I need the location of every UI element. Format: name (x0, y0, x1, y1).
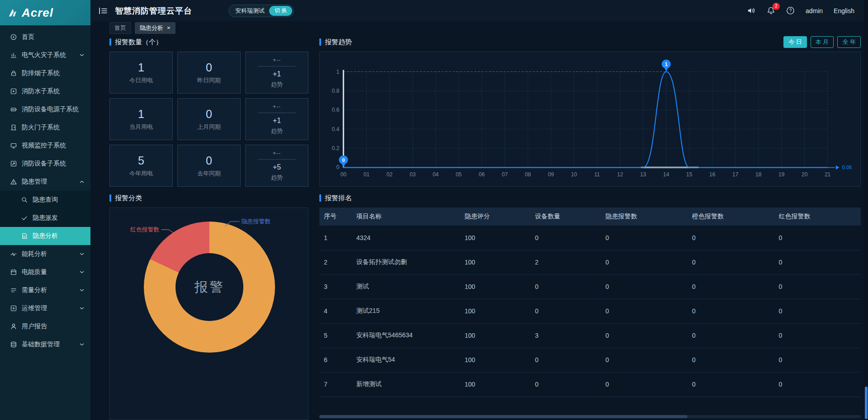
svg-text:15: 15 (686, 171, 693, 178)
chevron-down-icon (80, 253, 84, 255)
main-area: 智慧消防管理云平台 安科瑞测试 切 换 2 ? admin English 首页… (90, 0, 868, 420)
col-hazard-alarms: 隐患报警数 (601, 208, 688, 226)
section-title-text: 报警排名 (325, 194, 352, 203)
cell-hazard-score: 100 (460, 226, 531, 250)
table-row[interactable]: 7 新增测试 100 0 0 0 0 (319, 372, 861, 396)
notification-badge: 2 (773, 3, 780, 10)
table-row[interactable]: 3 测试 100 0 0 0 0 (319, 274, 861, 299)
donut-ring: 报警 (144, 222, 275, 353)
sidebar-item-fire-device[interactable]: 消防设备子系统 (0, 155, 90, 173)
sidebar-item-hazard-mgmt[interactable]: 隐患管理 (0, 173, 90, 191)
cell-seq: 3 (319, 274, 352, 299)
sidebar-item-power-supply[interactable]: 消防设备电源子系统 (0, 100, 90, 118)
sidebar-item-label: 隐患派发 (33, 214, 58, 222)
title-bar-accent (109, 38, 111, 46)
sidebar-item-label: 消防水子系统 (22, 87, 60, 95)
stat-value: 0 (206, 61, 212, 74)
cell-orange-alarms: 0 (688, 274, 774, 299)
switch-project-button[interactable]: 切 换 (269, 6, 292, 16)
sidebar-item-label: 隐患管理 (22, 178, 47, 186)
cell-seq: 5 (319, 323, 352, 348)
sidebar-item-power-quality[interactable]: 电能质量 (0, 263, 90, 281)
range-today-button[interactable]: 今 日 (783, 36, 807, 48)
table-row[interactable]: 2 设备拓扑测试勿删 100 2 0 0 0 (319, 250, 861, 274)
title-bar-accent (319, 38, 321, 46)
sidebar-item-fire-water[interactable]: 消防水子系统 (0, 82, 90, 100)
logo-icon (7, 7, 18, 18)
cell-project-name: 4324 (352, 226, 460, 250)
sidebar-item-hazard-query[interactable]: 隐患查询 (0, 191, 90, 209)
sidebar-item-hazard-dispatch[interactable]: 隐患派发 (0, 209, 90, 227)
project-selector[interactable]: 安科瑞测试 切 换 (228, 5, 294, 17)
volume-icon[interactable] (747, 6, 756, 15)
tab-home[interactable]: 首页 (109, 22, 131, 34)
sidebar-item-ops-mgmt[interactable]: 运维管理 (0, 299, 90, 317)
table-row[interactable]: 5 安科瑞电气5465634 100 3 0 0 0 (319, 323, 861, 348)
svg-text:10: 10 (571, 171, 577, 178)
document-icon (21, 232, 28, 240)
home-icon (10, 33, 17, 41)
sidebar-item-energy-analysis[interactable]: 能耗分析 (0, 245, 90, 263)
sidebar-item-home[interactable]: 首页 (0, 28, 90, 46)
trend-value: +1 (273, 70, 281, 78)
sidebar-item-demand-analysis[interactable]: 需量分析 (0, 281, 90, 299)
alarm-category-chart: 报警 隐患报警数 红色报警数 (109, 208, 308, 420)
svg-text:?: ? (789, 8, 792, 13)
user-name[interactable]: admin (806, 7, 823, 14)
sidebar-item-label: 电气火灾子系统 (22, 51, 66, 59)
donut-hole: 报警 (175, 253, 243, 321)
logo-text: Acrel (22, 6, 53, 20)
language-switch[interactable]: English (834, 7, 854, 14)
stat-label: 当月用电 (129, 123, 153, 131)
section-title-text: 报警趋势 (325, 38, 352, 47)
notification-bell-icon[interactable]: 2 (767, 6, 775, 15)
sidebar-item-fire-door[interactable]: 防火门子系统 (0, 118, 90, 137)
range-month-button[interactable]: 本 月 (811, 36, 834, 48)
divider (258, 113, 296, 113)
table-row[interactable]: 4 测试215 100 0 0 0 0 (319, 299, 861, 323)
cell-hazard-score: 100 (460, 250, 531, 274)
svg-text:08: 08 (525, 171, 531, 178)
cell-hazard-score: 100 (460, 274, 531, 299)
sidebar-item-electric-fire[interactable]: 电气火灾子系统 (0, 46, 90, 64)
cell-orange-alarms: 0 (688, 299, 774, 323)
sidebar-item-label: 电能质量 (22, 268, 47, 276)
sidebar-item-label: 能耗分析 (22, 250, 47, 258)
cell-red-alarms: 0 (774, 323, 861, 348)
sidebar-item-video-monitor[interactable]: 视频监控子系统 (0, 137, 90, 155)
cell-hazard-alarms: 0 (601, 274, 688, 299)
tab-bar: 首页 隐患分析 × (90, 21, 868, 34)
cell-hazard-alarms: 0 (601, 299, 688, 323)
svg-text:16: 16 (709, 171, 716, 178)
svg-text:07: 07 (502, 171, 508, 178)
table-row[interactable]: 1 4324 100 0 0 0 0 (319, 226, 861, 250)
stat-label: 去年同期 (197, 170, 221, 178)
help-icon[interactable]: ? (786, 6, 795, 15)
horizontal-scrollbar[interactable] (319, 415, 861, 418)
range-year-button[interactable]: 全 年 (837, 36, 861, 48)
svg-text:01: 01 (364, 171, 370, 178)
sidebar-item-user-report[interactable]: 用户报告 (0, 317, 90, 335)
svg-text:0.6: 0.6 (332, 107, 339, 113)
sidebar-item-label: 基础数据管理 (22, 340, 60, 349)
battery-icon (10, 106, 17, 113)
stat-label: 今日用电 (129, 76, 153, 85)
table-row[interactable]: 6 安科瑞电气54 100 0 0 0 0 (319, 348, 861, 372)
menu-toggle-icon[interactable] (99, 7, 108, 14)
sidebar-item-hazard-analysis[interactable]: 隐患分析 (0, 227, 90, 245)
scrollbar-thumb[interactable] (865, 387, 868, 419)
section-title-alarm-category: 报警分类 (109, 193, 308, 203)
title-bar-accent (109, 194, 111, 202)
alarm-ranking-table: 序号 项目名称 隐患评分 设备数量 隐患报警数 橙色报警数 红色报警数 (319, 208, 861, 420)
alarm-count-section: 报警数量（个） 1 今日用电 0 昨日同期 +-- +1 趋 (109, 36, 308, 187)
monitor-icon (10, 142, 17, 149)
alarm-trend-chart: 00.20.40.60.8100010203040506070809101112… (319, 52, 861, 187)
chevron-up-icon (80, 180, 84, 183)
horizontal-scrollbar-thumb[interactable] (319, 415, 688, 418)
slice-label-red: 红色报警数 (130, 226, 160, 233)
tab-hazard-analysis[interactable]: 隐患分析 × (135, 22, 175, 34)
trend-label: 趋势 (271, 80, 283, 89)
sidebar-item-smoke-control[interactable]: 防排烟子系统 (0, 64, 90, 82)
close-tab-icon[interactable]: × (167, 25, 171, 31)
sidebar-item-base-data[interactable]: 基础数据管理 (0, 335, 90, 354)
